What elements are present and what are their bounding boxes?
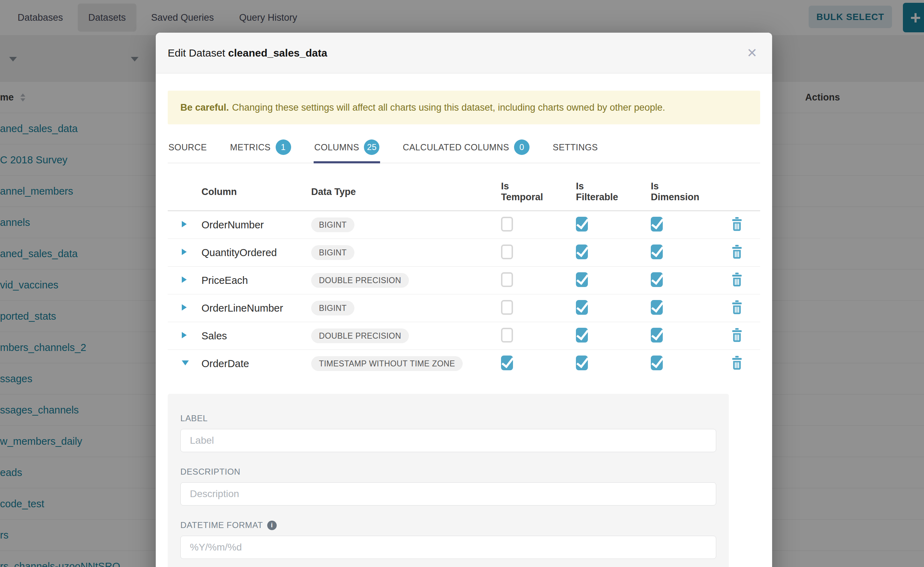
column-row: PriceEach DOUBLE PRECISION xyxy=(168,267,760,294)
description-input[interactable] xyxy=(181,482,716,506)
data-type-cell: BIGINT xyxy=(311,218,468,232)
modal-tab-label: COLUMNS xyxy=(315,142,359,153)
is-filterable-checkbox[interactable] xyxy=(576,244,588,259)
column-name: OrderDate xyxy=(202,358,311,370)
datetime-format-label-text: DATETIME FORMAT xyxy=(181,520,263,530)
column-name: Sales xyxy=(202,330,311,342)
delete-column-button[interactable] xyxy=(704,217,760,232)
is-filterable-cell xyxy=(543,244,618,261)
column-header-is-filterable: Is Filterable xyxy=(543,181,618,203)
expand-caret-cell[interactable] xyxy=(168,276,202,284)
is-filterable-cell xyxy=(543,356,618,372)
is-temporal-checkbox[interactable] xyxy=(501,300,513,315)
trash-icon xyxy=(731,273,743,286)
expand-caret-cell[interactable] xyxy=(168,304,202,312)
info-icon[interactable]: i xyxy=(267,520,277,530)
expand-caret-icon[interactable] xyxy=(182,304,187,310)
data-type-cell: TIMESTAMP WITHOUT TIME ZONE xyxy=(311,356,468,371)
expand-caret-cell[interactable] xyxy=(168,332,202,340)
modal-tabs: SOURCE METRICS 1 COLUMNS 25 CALCULATED C… xyxy=(168,135,760,164)
is-filterable-checkbox[interactable] xyxy=(576,300,588,315)
is-temporal-checkbox[interactable] xyxy=(501,328,513,342)
column-row: Sales DOUBLE PRECISION xyxy=(168,322,760,350)
is-temporal-cell xyxy=(468,356,543,372)
trash-icon xyxy=(731,328,743,342)
column-header-is-dimension: Is Dimension xyxy=(618,181,704,203)
label-field-group: LABEL xyxy=(181,414,716,452)
column-editor-panel: LABEL DESCRIPTION DATETIME FORMAT i xyxy=(168,394,729,567)
delete-column-button[interactable] xyxy=(704,328,760,344)
expand-caret-cell[interactable] xyxy=(168,221,202,229)
data-type-cell: DOUBLE PRECISION xyxy=(311,328,468,343)
expand-caret-icon[interactable] xyxy=(182,221,187,227)
datetime-format-input[interactable] xyxy=(181,536,716,559)
page: Databases Datasets Saved Queries Query H… xyxy=(0,0,924,567)
is-temporal-checkbox[interactable] xyxy=(501,217,513,231)
delete-column-button[interactable] xyxy=(704,273,760,288)
is-filterable-cell xyxy=(543,328,618,344)
is-dimension-checkbox[interactable] xyxy=(651,272,663,287)
expand-caret-cell[interactable] xyxy=(168,249,202,256)
is-dimension-cell xyxy=(618,217,704,233)
column-name: PriceEach xyxy=(202,275,311,286)
close-icon[interactable]: ✕ xyxy=(747,47,757,59)
is-dimension-cell xyxy=(618,300,704,316)
expand-caret-icon[interactable] xyxy=(182,332,187,338)
is-dimension-checkbox[interactable] xyxy=(651,328,663,342)
data-type-cell: BIGINT xyxy=(311,301,468,315)
expand-caret-cell[interactable] xyxy=(168,360,202,367)
tab-count-badge: 0 xyxy=(514,140,530,155)
label-input[interactable] xyxy=(181,429,716,452)
expand-caret-icon[interactable] xyxy=(182,360,189,365)
modal-body: Be careful. Changing these settings will… xyxy=(156,91,772,567)
modal-tab-label: METRICS xyxy=(230,142,270,153)
column-row: OrderDate TIMESTAMP WITHOUT TIME ZONE xyxy=(168,350,760,377)
is-temporal-checkbox[interactable] xyxy=(501,244,513,259)
is-dimension-checkbox[interactable] xyxy=(651,300,663,315)
column-name: OrderNumber xyxy=(202,219,311,231)
is-filterable-checkbox[interactable] xyxy=(576,356,588,370)
is-temporal-cell xyxy=(468,217,543,233)
modal-title: Edit Dataset cleaned_sales_data xyxy=(168,47,327,59)
datetime-format-field-group: DATETIME FORMAT i xyxy=(181,520,716,559)
tab-metrics[interactable]: METRICS 1 xyxy=(229,135,292,163)
column-row: OrderNumber BIGINT xyxy=(168,211,760,239)
is-dimension-cell xyxy=(618,244,704,261)
is-dimension-cell xyxy=(618,272,704,288)
is-filterable-checkbox[interactable] xyxy=(576,217,588,231)
data-type-pill: TIMESTAMP WITHOUT TIME ZONE xyxy=(311,356,463,371)
is-temporal-cell xyxy=(468,328,543,344)
is-temporal-checkbox[interactable] xyxy=(501,356,513,370)
data-type-cell: BIGINT xyxy=(311,245,468,260)
is-dimension-checkbox[interactable] xyxy=(651,217,663,231)
is-dimension-checkbox[interactable] xyxy=(651,356,663,370)
tab-count-badge: 25 xyxy=(364,140,379,155)
warning-banner: Be careful. Changing these settings will… xyxy=(168,91,760,124)
tab-source[interactable]: SOURCE xyxy=(168,135,208,163)
tab-calculated-columns[interactable]: CALCULATED COLUMNS 0 xyxy=(402,135,530,163)
data-type-cell: DOUBLE PRECISION xyxy=(311,273,468,288)
expand-caret-icon[interactable] xyxy=(182,276,187,283)
is-temporal-cell xyxy=(468,300,543,316)
is-filterable-cell xyxy=(543,217,618,233)
tab-columns[interactable]: COLUMNS 25 xyxy=(314,135,381,163)
is-filterable-cell xyxy=(543,300,618,316)
is-filterable-checkbox[interactable] xyxy=(576,272,588,287)
modal-tab-label: SOURCE xyxy=(169,142,207,153)
is-dimension-cell xyxy=(618,356,704,372)
is-dimension-cell xyxy=(618,328,704,344)
column-name: OrderLineNumber xyxy=(202,303,311,314)
delete-column-button[interactable] xyxy=(704,245,760,260)
is-dimension-checkbox[interactable] xyxy=(651,244,663,259)
trash-icon xyxy=(731,217,743,231)
column-header-data-type: Data Type xyxy=(311,186,468,197)
data-type-pill: BIGINT xyxy=(311,245,354,260)
is-temporal-checkbox[interactable] xyxy=(501,272,513,287)
expand-caret-icon[interactable] xyxy=(182,249,187,255)
is-filterable-checkbox[interactable] xyxy=(576,328,588,342)
data-type-pill: DOUBLE PRECISION xyxy=(311,273,409,288)
description-field-label: DESCRIPTION xyxy=(181,467,716,477)
delete-column-button[interactable] xyxy=(704,300,760,316)
tab-settings[interactable]: SETTINGS xyxy=(552,135,598,163)
delete-column-button[interactable] xyxy=(704,356,760,371)
